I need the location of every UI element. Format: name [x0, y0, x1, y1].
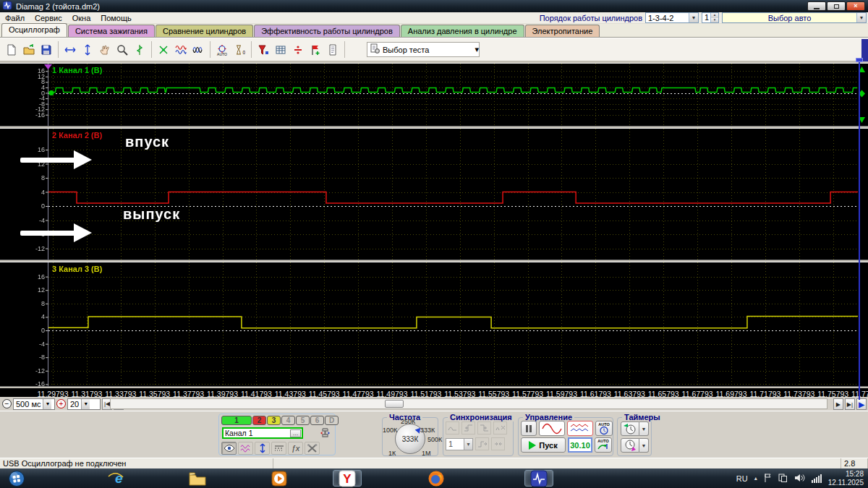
channel-name-field[interactable]: …: [222, 427, 303, 439]
zoom-tool-button[interactable]: [114, 40, 131, 59]
marker-flag-button[interactable]: [307, 40, 324, 59]
timer-stop-dropdown[interactable]: ▼: [639, 438, 649, 453]
hand-tool-button[interactable]: [96, 40, 114, 59]
diamag-taskbar-icon[interactable]: [524, 470, 553, 487]
auto-scale-button[interactable]: AUTO: [213, 40, 231, 59]
firefox-taskbar-icon[interactable]: [425, 470, 447, 487]
channel-button-4[interactable]: 4: [281, 416, 295, 425]
menu-item-Файл[interactable]: Файл: [0, 13, 30, 23]
media-player-taskbar-icon[interactable]: [268, 470, 290, 487]
math-divide-button[interactable]: [289, 40, 307, 59]
new-file-button[interactable]: [3, 40, 20, 59]
menu-item-Сервис[interactable]: Сервис: [30, 13, 67, 23]
time-scrollbar-thumb[interactable]: [385, 400, 404, 408]
tab-Анализ давления в цилиндре[interactable]: Анализ давления в цилиндре: [401, 25, 524, 37]
cylinder-count-spinner[interactable]: 1 ▴▾: [702, 12, 719, 23]
firing-order-select[interactable]: 1-3-4-2▾: [645, 12, 699, 23]
measure-cursor[interactable]: [859, 59, 860, 400]
timer-start-dropdown[interactable]: ▼: [639, 421, 649, 436]
visibility-eye-icon[interactable]: [221, 442, 237, 455]
gadgets-icon[interactable]: [778, 473, 788, 484]
open-file-button[interactable]: [20, 40, 38, 59]
timebase-select[interactable]: 500 мс▾: [13, 398, 55, 410]
channel-button-2[interactable]: 2: [252, 416, 266, 425]
step-forward-button[interactable]: ▶: [833, 398, 843, 410]
timer-stop-button[interactable]: [621, 438, 639, 453]
points-per-px-select[interactable]: 20▾: [67, 398, 101, 410]
chevron-down-icon[interactable]: ▾: [856, 13, 866, 22]
car-select[interactable]: Выбор авто▾: [722, 12, 867, 23]
measure-cursor-handle[interactable]: [856, 58, 863, 62]
trigger-rising-edge-icon[interactable]: [461, 421, 475, 435]
tab-Осциллограф[interactable]: Осциллограф: [1, 23, 67, 37]
measure-delay-button[interactable]: 0: [231, 40, 248, 59]
math-function-icon[interactable]: ƒx: [288, 442, 303, 455]
yandex-browser-taskbar-icon[interactable]: Y: [333, 470, 362, 487]
filter-button[interactable]: [255, 40, 272, 59]
tab-Эффективность работы цилиндров[interactable]: Эффективность работы цилиндров: [254, 25, 400, 37]
multi-sweep-button[interactable]: [567, 421, 593, 436]
channel-button-5[interactable]: 5: [296, 416, 310, 425]
trigger-sine-edge-icon[interactable]: [446, 421, 459, 435]
tab-Сравнение цилиндров[interactable]: Сравнение цилиндров: [156, 25, 253, 37]
channel-button-6[interactable]: 6: [310, 416, 324, 425]
start-taskbar-icon[interactable]: [6, 470, 27, 487]
maximize-button[interactable]: [827, 1, 846, 11]
clock[interactable]: 15:28 12.11.2025: [828, 470, 864, 487]
noise-filter-icon[interactable]: [238, 442, 253, 455]
report-button[interactable]: [324, 40, 341, 59]
channel-tools-icon[interactable]: [305, 442, 320, 455]
waves-overlay-button[interactable]: [190, 40, 207, 59]
volume-icon[interactable]: [794, 474, 805, 484]
go-end-button[interactable]: ▶|: [845, 398, 855, 410]
action-center-flag-icon[interactable]: [764, 473, 772, 484]
trigger-off-icon[interactable]: [493, 421, 507, 435]
chevron-down-icon[interactable]: ▾: [689, 13, 698, 22]
h-scale-button[interactable]: [61, 40, 79, 59]
start-button[interactable]: Пуск: [521, 437, 566, 453]
single-sweep-button[interactable]: [539, 421, 565, 436]
fit-x-button[interactable]: [155, 40, 172, 59]
table-view-button[interactable]: [272, 40, 289, 59]
trigger-align-icon[interactable]: [491, 437, 505, 450]
line-style-icon[interactable]: [271, 442, 286, 455]
timer-start-button[interactable]: [621, 421, 639, 436]
chevron-down-icon[interactable]: ▾: [475, 45, 479, 54]
internet-explorer-taskbar-icon[interactable]: e: [105, 470, 127, 487]
menu-item-Помощь[interactable]: Помощь: [95, 13, 137, 23]
close-button[interactable]: ×: [846, 1, 865, 11]
channel-options-button[interactable]: …: [290, 429, 301, 437]
tab-Система зажигания[interactable]: Система зажигания: [68, 25, 155, 37]
play-button[interactable]: ▶: [856, 398, 867, 410]
channel-button-D[interactable]: D: [325, 416, 339, 425]
channel-button-1[interactable]: 1: [221, 416, 252, 425]
channel-button-3[interactable]: 3: [267, 416, 281, 425]
channel-name-input[interactable]: [224, 429, 290, 437]
tab-Электропитание[interactable]: Электропитание: [525, 25, 600, 37]
hidden-icons-arrow-icon[interactable]: ▴: [754, 475, 757, 481]
timebase-zoom-in-button[interactable]: +: [56, 399, 66, 408]
v-scale-button[interactable]: [79, 40, 96, 59]
channel-3-plot[interactable]: [0, 262, 868, 386]
save-file-button[interactable]: [38, 40, 55, 59]
language-indicator[interactable]: RU: [736, 474, 748, 483]
pause-button[interactable]: [521, 421, 537, 436]
file-explorer-taskbar-icon[interactable]: [187, 470, 208, 487]
timebase-zoom-out-button[interactable]: −: [2, 399, 12, 408]
menu-item-Окна[interactable]: Окна: [67, 13, 96, 23]
trigger-falling-edge-icon[interactable]: [477, 421, 491, 435]
trigger-delay-icon[interactable]: [475, 437, 489, 450]
signal-generator-button[interactable]: [131, 40, 148, 59]
network-signal-icon[interactable]: [812, 474, 822, 483]
minimize-button[interactable]: [807, 1, 826, 11]
play-icon: [529, 441, 536, 450]
waves-compare-button[interactable]: [172, 40, 190, 59]
test-select[interactable]: Выбор теста ▾: [367, 42, 480, 57]
channel-1-plot[interactable]: [0, 64, 868, 126]
trigger-source-select[interactable]: 1 ▾: [446, 438, 473, 450]
probe-clamp-icon[interactable]: [319, 427, 331, 440]
auto-sync-button[interactable]: AUTO: [595, 421, 613, 436]
time-scrollbar[interactable]: [110, 398, 827, 409]
auto-run-button[interactable]: AUTO: [595, 437, 612, 453]
vertical-scale-icon[interactable]: [255, 442, 270, 455]
